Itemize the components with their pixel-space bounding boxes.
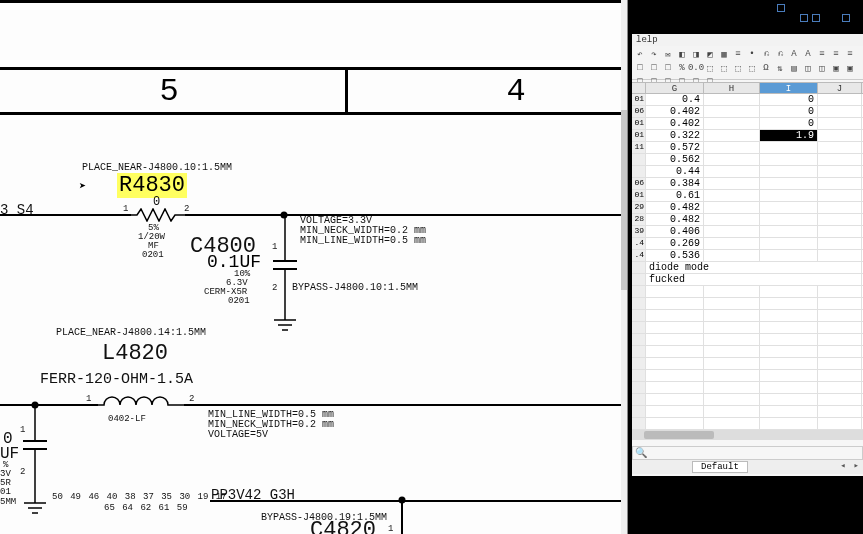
cell[interactable] [704,226,760,237]
cell[interactable] [760,346,818,357]
table-row[interactable]: 290.482 [632,202,863,214]
cell[interactable]: 0.572 [646,142,704,153]
toolbar-button-11[interactable]: A [788,48,800,60]
cell[interactable] [704,298,760,309]
cell[interactable] [760,154,818,165]
table-row[interactable]: 010.61 [632,190,863,202]
cell[interactable]: 0.44 [646,166,704,177]
cell[interactable] [646,286,704,297]
cell[interactable]: 0.4 [646,94,704,105]
row-header[interactable]: 28 [632,214,646,225]
table-row[interactable] [632,370,863,382]
cell[interactable] [646,370,704,381]
row-header[interactable]: 39 [632,226,646,237]
cell[interactable] [818,94,862,105]
c4820-refdes[interactable]: C4820 [310,518,376,534]
table-row[interactable]: 110.572 [632,142,863,154]
cell[interactable]: 0.384 [646,178,704,189]
cell[interactable] [704,214,760,225]
table-row[interactable]: 010.40 [632,94,863,106]
table-row[interactable] [632,322,863,334]
spreadsheet-find-bar[interactable]: 🔍 [632,446,863,460]
toolbar-button-31[interactable]: ▣ [844,62,856,74]
toolbar-button-6[interactable]: ▦ [718,48,730,60]
cell[interactable] [704,382,760,393]
toolbar-button-24[interactable]: ⬚ [746,62,758,74]
cell[interactable] [704,310,760,321]
cell[interactable] [818,346,862,357]
row-header[interactable]: 01 [632,190,646,201]
cell[interactable] [760,250,818,261]
table-row[interactable]: .40.269 [632,238,863,250]
col-header-J[interactable]: J [818,83,862,93]
cell[interactable] [760,322,818,333]
cell[interactable] [760,310,818,321]
cell[interactable]: 0.269 [646,238,704,249]
cell[interactable] [704,370,760,381]
cell[interactable] [646,322,704,333]
toolbar-button-5[interactable]: ◩ [704,48,716,60]
cell[interactable] [760,358,818,369]
cell[interactable] [818,154,862,165]
cell[interactable] [760,286,818,297]
cell[interactable] [760,394,818,405]
cell[interactable] [704,130,760,141]
cell[interactable] [704,394,760,405]
cell[interactable] [704,94,760,105]
cell[interactable] [818,166,862,177]
cell[interactable]: 0.406 [646,226,704,237]
cell[interactable] [646,298,704,309]
row-header[interactable] [632,406,646,417]
table-row[interactable] [632,286,863,298]
sheet-tab-default[interactable]: Default [692,461,748,473]
cell[interactable]: 0.536 [646,250,704,261]
table-row[interactable] [632,394,863,406]
toolbar-button-28[interactable]: ◫ [802,62,814,74]
row-header[interactable]: 29 [632,202,646,213]
cell[interactable] [704,118,760,129]
toolbar-button-21[interactable]: ⬚ [704,62,716,74]
toolbar-button-14[interactable]: ≡ [830,48,842,60]
row-header[interactable]: 01 [632,130,646,141]
row-header[interactable] [632,154,646,165]
spreadsheet-menubar[interactable]: lelp [632,34,863,46]
toolbar-button-16[interactable]: □ [634,62,646,74]
table-row[interactable]: 280.482 [632,214,863,226]
toolbar-button-29[interactable]: ◫ [816,62,828,74]
row-header[interactable]: .4 [632,238,646,249]
table-row[interactable]: fucked [632,274,863,286]
cell[interactable] [704,106,760,117]
table-row[interactable]: .40.536 [632,250,863,262]
cell[interactable] [818,130,862,141]
toolbar-button-13[interactable]: ≡ [816,48,828,60]
row-header[interactable] [632,262,646,273]
cell[interactable] [646,334,704,345]
scrollbar-thumb[interactable] [644,431,714,439]
cell[interactable] [760,382,818,393]
row-header[interactable]: 11 [632,142,646,153]
cell[interactable] [760,370,818,381]
table-row[interactable]: 0.44 [632,166,863,178]
row-header[interactable] [632,286,646,297]
menu-help[interactable]: lelp [636,35,658,45]
cell[interactable] [704,142,760,153]
cell[interactable] [646,358,704,369]
cell[interactable] [704,334,760,345]
cell-active[interactable]: 1.9 [760,130,818,141]
table-row[interactable]: 010.3221.9 [632,130,863,142]
cell[interactable]: 0.482 [646,214,704,225]
cell[interactable] [818,394,862,405]
table-row[interactable]: 0.562 [632,154,863,166]
schematic-viewer[interactable]: 5 4 3 S4 PLACE_NEAR-J4800.10:1.5MM R4830… [0,0,628,534]
toolbar-button-1[interactable]: ↷ [648,48,660,60]
cell[interactable] [704,178,760,189]
cell[interactable] [818,106,862,117]
row-header[interactable]: 06 [632,106,646,117]
spreadsheet-sheet-tabs[interactable]: Default ◂ ▸ [632,460,863,474]
cell[interactable] [818,418,862,429]
cell[interactable] [646,310,704,321]
table-row[interactable]: 060.4020 [632,106,863,118]
l4820-refdes[interactable]: L4820 [102,341,168,366]
cell[interactable] [704,358,760,369]
row-header[interactable]: 06 [632,178,646,189]
